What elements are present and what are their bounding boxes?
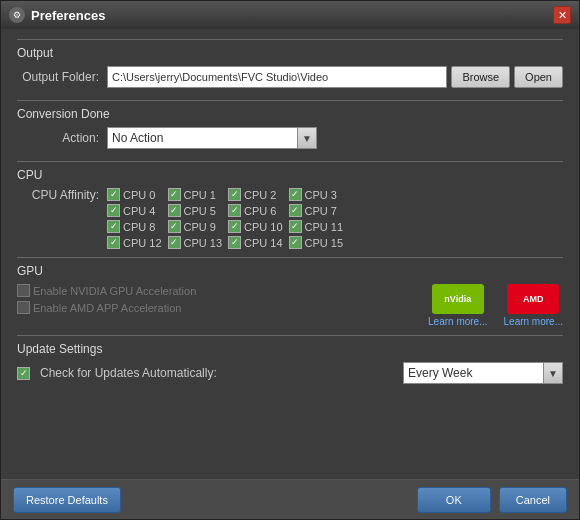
cpu-3-item: ✓ CPU 3 [289, 188, 344, 201]
main-content: Output Output Folder: Browse Open Conver… [1, 29, 579, 479]
update-section: Update Settings ✓ Check for Updates Auto… [17, 335, 563, 384]
cpu-11-item: ✓ CPU 11 [289, 220, 344, 233]
action-dropdown-wrap: No Action Shut Down Hibernate Stand By ▼ [107, 127, 317, 149]
update-section-label: Update Settings [17, 342, 563, 356]
gpu-section-label: GPU [17, 264, 563, 278]
titlebar: ⚙ Preferences ✕ [1, 1, 579, 29]
cpu-15-label: CPU 15 [305, 237, 344, 249]
cpu-5-label: CPU 5 [184, 205, 216, 217]
cpu-12-label: CPU 12 [123, 237, 162, 249]
open-button[interactable]: Open [514, 66, 563, 88]
nvidia-logo: nVidia [432, 284, 484, 314]
cancel-button[interactable]: Cancel [499, 487, 567, 513]
footer-right-buttons: OK Cancel [417, 487, 567, 513]
amd-label: Enable AMD APP Acceleration [33, 302, 181, 314]
update-dropdown-arrow[interactable]: ▼ [543, 362, 563, 384]
nvidia-logo-text: nVidia [444, 294, 471, 304]
cpu-affinity-label: CPU Affinity: [17, 188, 107, 202]
nvidia-logo-item: nVidia Learn more... [428, 284, 487, 327]
cpu-2-checkbox[interactable]: ✓ [228, 188, 241, 201]
window-icon: ⚙ [9, 7, 25, 23]
action-dropdown[interactable]: No Action Shut Down Hibernate Stand By [107, 127, 297, 149]
cpu-8-item: ✓ CPU 8 [107, 220, 162, 233]
gpu-content: Enable NVIDIA GPU Acceleration Enable AM… [17, 284, 563, 327]
nvidia-label: Enable NVIDIA GPU Acceleration [33, 285, 196, 297]
browse-button[interactable]: Browse [451, 66, 510, 88]
cpu-3-checkbox[interactable]: ✓ [289, 188, 302, 201]
amd-logo: AMD [507, 284, 559, 314]
action-row: Action: No Action Shut Down Hibernate St… [17, 127, 563, 149]
cpu-5-checkbox[interactable]: ✓ [168, 204, 181, 217]
cpu-4-checkbox[interactable]: ✓ [107, 204, 120, 217]
cpu-10-label: CPU 10 [244, 221, 283, 233]
cpu-13-label: CPU 13 [184, 237, 223, 249]
cpu-1-item: ✓ CPU 1 [168, 188, 223, 201]
output-section: Output Output Folder: Browse Open [17, 39, 563, 92]
cpu-1-label: CPU 1 [184, 189, 216, 201]
cpu-15-item: ✓ CPU 15 [289, 236, 344, 249]
close-button[interactable]: ✕ [553, 6, 571, 24]
update-check-label: Check for Updates Automatically: [40, 366, 217, 380]
cpu-8-checkbox[interactable]: ✓ [107, 220, 120, 233]
cpu-10-checkbox[interactable]: ✓ [228, 220, 241, 233]
cpu-3-label: CPU 3 [305, 189, 337, 201]
cpu-5-item: ✓ CPU 5 [168, 204, 223, 217]
conversion-section-label: Conversion Done [17, 107, 563, 121]
cpu-15-checkbox[interactable]: ✓ [289, 236, 302, 249]
cpu-12-item: ✓ CPU 12 [107, 236, 162, 249]
output-folder-input[interactable] [107, 66, 447, 88]
update-row: ✓ Check for Updates Automatically: Every… [17, 362, 563, 384]
cpu-8-label: CPU 8 [123, 221, 155, 233]
amd-learn-more[interactable]: Learn more... [504, 316, 563, 327]
amd-logo-text: AMD [523, 294, 544, 304]
window-title: Preferences [31, 8, 553, 23]
cpu-2-label: CPU 2 [244, 189, 276, 201]
amd-option-row: Enable AMD APP Acceleration [17, 301, 416, 314]
cpu-13-item: ✓ CPU 13 [168, 236, 223, 249]
gpu-section: GPU Enable NVIDIA GPU Acceleration Enabl… [17, 257, 563, 327]
cpu-1-checkbox[interactable]: ✓ [168, 188, 181, 201]
output-section-label: Output [17, 46, 563, 60]
nvidia-learn-more[interactable]: Learn more... [428, 316, 487, 327]
cpu-2-item: ✓ CPU 2 [228, 188, 283, 201]
ok-button[interactable]: OK [417, 487, 491, 513]
cpu-4-item: ✓ CPU 4 [107, 204, 162, 217]
cpu-6-checkbox[interactable]: ✓ [228, 204, 241, 217]
cpu-7-item: ✓ CPU 7 [289, 204, 344, 217]
cpu-6-item: ✓ CPU 6 [228, 204, 283, 217]
cpu-6-label: CPU 6 [244, 205, 276, 217]
cpu-13-checkbox[interactable]: ✓ [168, 236, 181, 249]
cpu-0-checkbox[interactable]: ✓ [107, 188, 120, 201]
preferences-window: ⚙ Preferences ✕ Output Output Folder: Br… [0, 0, 580, 520]
update-checkbox[interactable]: ✓ [17, 367, 30, 380]
cpu-section-label: CPU [17, 168, 563, 182]
gpu-options: Enable NVIDIA GPU Acceleration Enable AM… [17, 284, 416, 327]
action-dropdown-arrow[interactable]: ▼ [297, 127, 317, 149]
cpu-11-label: CPU 11 [305, 221, 344, 233]
cpu-9-checkbox[interactable]: ✓ [168, 220, 181, 233]
action-label: Action: [17, 131, 107, 145]
cpu-14-checkbox[interactable]: ✓ [228, 236, 241, 249]
cpu-section: CPU CPU Affinity: ✓ CPU 0 ✓ CPU 1 ✓ CPU … [17, 161, 563, 249]
cpu-11-checkbox[interactable]: ✓ [289, 220, 302, 233]
update-dropdown-wrap: Every Day Every Week Every Month Never ▼ [403, 362, 563, 384]
cpu-7-checkbox[interactable]: ✓ [289, 204, 302, 217]
amd-checkbox[interactable] [17, 301, 30, 314]
restore-defaults-button[interactable]: Restore Defaults [13, 487, 121, 513]
update-frequency-dropdown[interactable]: Every Day Every Week Every Month Never [403, 362, 543, 384]
cpu-9-label: CPU 9 [184, 221, 216, 233]
cpu-12-checkbox[interactable]: ✓ [107, 236, 120, 249]
cpu-14-label: CPU 14 [244, 237, 283, 249]
cpu-grid: ✓ CPU 0 ✓ CPU 1 ✓ CPU 2 ✓ CPU 3 [107, 188, 343, 249]
cpu-10-item: ✓ CPU 10 [228, 220, 283, 233]
conversion-section: Conversion Done Action: No Action Shut D… [17, 100, 563, 153]
gpu-logos: nVidia Learn more... AMD Learn more... [428, 284, 563, 327]
cpu-14-item: ✓ CPU 14 [228, 236, 283, 249]
output-folder-label: Output Folder: [17, 70, 107, 84]
cpu-0-label: CPU 0 [123, 189, 155, 201]
nvidia-option-row: Enable NVIDIA GPU Acceleration [17, 284, 416, 297]
nvidia-checkbox[interactable] [17, 284, 30, 297]
cpu-9-item: ✓ CPU 9 [168, 220, 223, 233]
cpu-affinity-row: CPU Affinity: ✓ CPU 0 ✓ CPU 1 ✓ CPU 2 [17, 188, 563, 249]
cpu-0-item: ✓ CPU 0 [107, 188, 162, 201]
